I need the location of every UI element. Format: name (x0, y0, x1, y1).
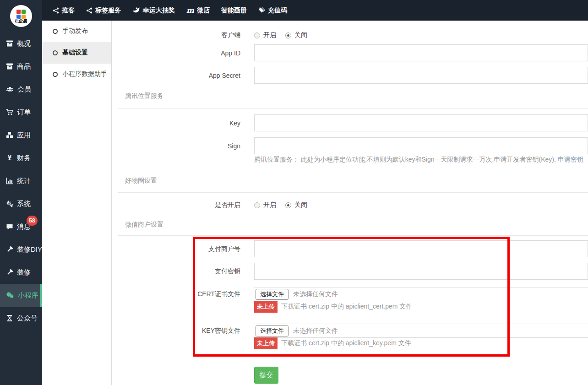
section-divider (118, 108, 588, 109)
overview-box-icon (6, 40, 13, 47)
sidebar-item-label: 系统 (17, 200, 31, 208)
gavel-icon (6, 246, 13, 253)
topnav-label: 微店 (197, 6, 210, 15)
topnav-item-weidian[interactable]: m 微店 (186, 6, 210, 15)
sidebar-item-stats[interactable]: 统计 (0, 169, 42, 192)
client-on-option[interactable]: 开启 (254, 31, 276, 39)
submenu-item-manual-publish[interactable]: 手动发布 (42, 21, 111, 42)
topnav-label: 标签服务 (95, 6, 121, 15)
logo-title: E企赢 (10, 18, 32, 24)
location-hint: 腾讯位置服务： 此处为小程序定位功能,不填则为默认key和Sign一天限制请求一… (254, 156, 556, 164)
dove-icon (132, 7, 140, 14)
topnav-item-tag-service[interactable]: 标签服务 (86, 6, 121, 15)
app-secret-label: App Secret (112, 72, 240, 79)
tags-icon (258, 7, 265, 14)
enable-on-option[interactable]: 开启 (254, 201, 276, 209)
key-file-label: KEY密钥文件 (112, 327, 240, 335)
cubes-icon (6, 131, 13, 139)
cert-choose-file-button[interactable]: 选择文件 (256, 289, 289, 300)
topnav-item-lucky-draw[interactable]: 幸运大抽奖 (132, 6, 175, 15)
topnav-item-recharge-code[interactable]: 充值码 (258, 6, 287, 15)
sidebar-item-label: 财务 (17, 154, 31, 163)
sidebar-item-label: 订单 (17, 108, 31, 117)
pay-merchant-input[interactable] (254, 240, 588, 257)
submit-button[interactable]: 提交 (254, 367, 278, 384)
circle-o-icon (53, 50, 58, 55)
yen-icon: ¥ (6, 154, 13, 162)
section-tencent-location: 腾讯位置服务 (125, 92, 163, 100)
submenu-item-data-assistant[interactable]: 小程序数据助手 (42, 64, 111, 85)
app-id-label: App ID (112, 49, 240, 57)
sidebar-item-decorate[interactable]: 装修 (0, 261, 42, 284)
sign-label: Sign (112, 142, 240, 150)
app-id-input[interactable] (254, 44, 588, 61)
apply-key-link[interactable]: 申请密钥 (558, 156, 583, 164)
section-merchant: 微信商户设置 (125, 221, 163, 229)
sidebar-item-members[interactable]: 会员 (0, 78, 42, 101)
radio-checked-icon[interactable] (285, 33, 291, 38)
cert-not-uploaded-badge: 未上传 (254, 301, 278, 313)
pay-secret-input[interactable] (254, 263, 588, 280)
bar-chart-icon (6, 177, 13, 184)
sidebar-item-goods[interactable]: 商品 (0, 55, 42, 78)
enable-label: 是否开启 (112, 201, 240, 209)
topnav-item-smart-album[interactable]: 智能画册 (221, 6, 247, 15)
radio-unchecked-icon[interactable] (254, 202, 260, 208)
submenu-label: 小程序数据助手 (62, 70, 107, 78)
message-count-badge: 58 (27, 216, 38, 226)
app-secret-input[interactable] (254, 67, 588, 84)
sidebar-item-label: 商品 (17, 62, 31, 71)
enable-off-option[interactable]: 关闭 (285, 201, 307, 209)
topnav-item-tuike[interactable]: 推客 (53, 6, 75, 15)
sidebar-item-overview[interactable]: 概况 (0, 32, 42, 55)
app-secret-row: App Secret (112, 67, 588, 84)
pay-merchant-label: 支付商户号 (112, 245, 240, 253)
sign-input[interactable] (254, 137, 588, 154)
cert-no-file-text: 未选择任何文件 (293, 290, 338, 298)
client-row: 客户端 开启 关闭 (112, 28, 588, 42)
key-row: Key (112, 114, 588, 131)
sign-row: Sign (112, 137, 588, 154)
sidebar-item-orders[interactable]: 订单 (0, 101, 42, 124)
submenu-label: 基础设置 (62, 49, 88, 57)
sidebar-item-miniprogram[interactable]: 小程序 (0, 284, 42, 307)
comment-icon (6, 223, 13, 230)
radio-checked-icon[interactable] (285, 202, 291, 208)
app-id-row: App ID (112, 44, 588, 61)
sidebar-item-official-account[interactable]: 公众号 (0, 307, 42, 330)
key-download-hint: 下载证书 cert.zip 中的 apiclient_key.pem 文件 (281, 339, 411, 347)
key-choose-file-button[interactable]: 选择文件 (256, 325, 289, 336)
submenu: 手动发布 基础设置 小程序数据助手 (42, 21, 112, 385)
submenu-item-basic-settings[interactable]: 基础设置 (42, 42, 111, 64)
sidebar-item-label: 会员 (17, 85, 31, 94)
sidebar: E企赢 概况 商品 会员 订单 应用 ¥ 财务 统计 系统 消息 58 装修DI… (0, 0, 42, 385)
sidebar-item-finance[interactable]: ¥ 财务 (0, 146, 42, 169)
key-no-file-text: 未选择任何文件 (293, 327, 338, 335)
enable-row: 是否开启 开启 关闭 (112, 198, 588, 212)
sidebar-item-label: 应用 (17, 131, 31, 140)
section-divider (118, 192, 588, 193)
pay-merchant-row: 支付商户号 (112, 240, 588, 257)
key-file-row: KEY密钥文件 选择文件 未选择任何文件 (112, 324, 588, 338)
sidebar-item-system[interactable]: 系统 (0, 192, 42, 215)
circle-o-icon (53, 72, 58, 77)
key-not-uploaded-badge: 未上传 (254, 337, 278, 349)
key-input[interactable] (254, 114, 588, 131)
radio-unchecked-icon[interactable] (254, 33, 260, 38)
gears-icon (6, 200, 13, 207)
settings-form: 客户端 开启 关闭 App ID App Secret 腾讯位置服务 Key S… (112, 21, 588, 385)
share-alt-icon (53, 7, 59, 14)
client-off-option[interactable]: 关闭 (285, 31, 307, 39)
sidebar-item-messages[interactable]: 消息 58 (0, 215, 42, 238)
pay-secret-row: 支付密钥 (112, 263, 588, 280)
cert-file-row: CERT证书文件 选择文件 未选择任何文件 (112, 287, 588, 301)
key-label: Key (112, 119, 240, 127)
client-label: 客户端 (112, 31, 240, 39)
location-hint-row: 腾讯位置服务： 此处为小程序定位功能,不填则为默认key和Sign一天限制请求一… (112, 155, 588, 164)
sidebar-item-decorate-diy[interactable]: 装修DIY (0, 238, 42, 261)
app-logo[interactable]: E企赢 (0, 0, 42, 32)
users-icon (6, 86, 14, 93)
sidebar-item-apps[interactable]: 应用 (0, 124, 42, 146)
pay-secret-label: 支付密钥 (112, 267, 240, 276)
logo-mark-icon: E企赢 (10, 5, 32, 27)
